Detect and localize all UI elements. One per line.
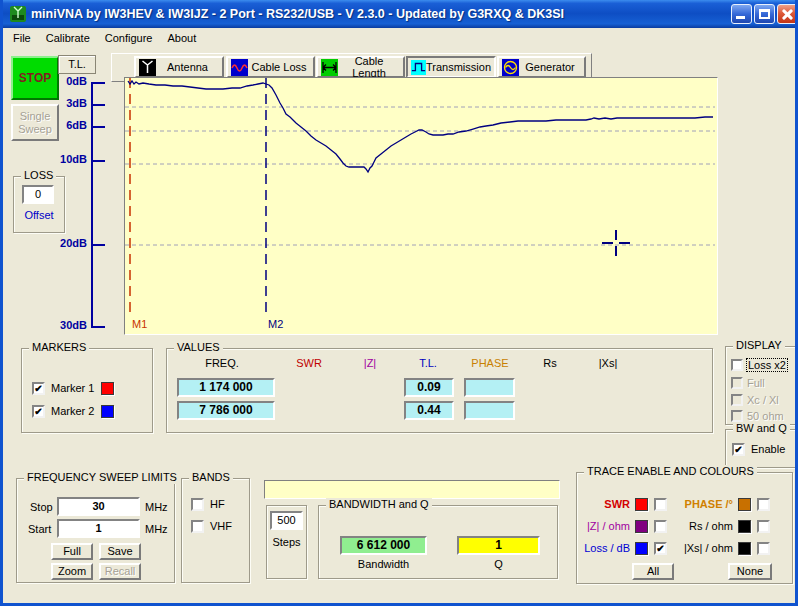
marker1-checkbox[interactable]: ✔: [32, 382, 45, 395]
marker-label-m2: M2: [268, 318, 283, 330]
trace-none-button[interactable]: None: [728, 563, 772, 580]
header-xs: |Xs|: [578, 357, 638, 369]
header-z: |Z|: [340, 357, 400, 369]
axis-tick-label: 0dB: [43, 75, 87, 87]
hf-checkbox[interactable]: [191, 498, 204, 511]
axis-tick-mark: [91, 104, 105, 106]
steps-box: 500 Steps: [266, 505, 307, 579]
display-group-title: DISPLAY: [733, 339, 785, 352]
full-label: Full: [747, 377, 765, 389]
xc-xl-label: Xc / Xl: [747, 394, 779, 406]
axis-tick-label: 10dB: [43, 153, 87, 165]
transmission-icon: [411, 59, 426, 76]
trace-z-checkbox[interactable]: [654, 520, 667, 533]
marker1-tl-value: 0.09: [404, 378, 454, 397]
trace-loss-swatch[interactable]: [635, 542, 648, 555]
recall-button: Recall: [99, 563, 141, 580]
bw-q-group-title: BW and Q: [733, 422, 790, 435]
loss-group-title: LOSS: [21, 169, 56, 182]
cable-loss-mode-label: Cable Loss: [248, 61, 310, 73]
zoom-button[interactable]: Zoom: [51, 563, 93, 580]
trace-enable-group-title: TRACE ENABLE AND COLOURS: [584, 465, 757, 478]
trace-rs-swatch[interactable]: [738, 520, 751, 533]
maximize-button[interactable]: [754, 4, 775, 24]
loss-offset-label: Offset: [14, 209, 64, 221]
steps-input[interactable]: 500: [270, 511, 303, 530]
marker2-checkbox[interactable]: ✔: [32, 405, 45, 418]
marker1-phase-value: [464, 378, 515, 397]
trace-rs-label: Rs / ohm: [672, 520, 733, 532]
loss-offset-input[interactable]: 0: [22, 185, 54, 204]
transmission-mode-button[interactable]: Transmission: [406, 56, 496, 78]
antenna-icon: [139, 59, 156, 76]
cable-loss-mode-button[interactable]: Cable Loss: [226, 56, 315, 78]
loss-trace: [128, 81, 713, 172]
stop-label: Stop: [30, 501, 53, 513]
trace-xs-checkbox[interactable]: [757, 542, 770, 555]
start-frequency-input[interactable]: 1: [57, 519, 140, 538]
transmission-mode-label: Transmission: [426, 61, 491, 73]
generator-mode-label: Generator: [519, 61, 581, 73]
antenna-mode-button[interactable]: Antenna: [134, 56, 224, 78]
trace-swr-checkbox[interactable]: [654, 498, 667, 511]
q-label: Q: [457, 558, 540, 570]
trace-all-button[interactable]: All: [632, 563, 674, 580]
header-phase: PHASE: [460, 357, 520, 369]
values-group: VALUES FREQ. SWR |Z| T.L. PHASE Rs |Xs| …: [166, 348, 713, 433]
bands-group-title: BANDS: [189, 471, 233, 484]
axis-tick-mark: [91, 326, 105, 328]
menu-about[interactable]: About: [161, 30, 205, 46]
save-button[interactable]: Save: [99, 543, 141, 560]
axis-line: [91, 83, 93, 327]
trace-xs-swatch[interactable]: [738, 542, 751, 555]
trace-phase-swatch[interactable]: [738, 498, 751, 511]
q-value: 1: [457, 536, 540, 555]
hf-label: HF: [210, 498, 225, 510]
markers-group: MARKERS ✔ Marker 1 ✔ Marker 2: [21, 348, 153, 433]
fifty-ohm-checkbox: [731, 410, 743, 422]
start-unit-label: MHz: [145, 523, 168, 535]
marker1-color-swatch[interactable]: [101, 382, 114, 395]
antenna-mode-label: Antenna: [156, 61, 219, 73]
axis-tick-label: 30dB: [43, 319, 87, 331]
bandwidth-label: Bandwidth: [340, 558, 427, 570]
trace-phase-checkbox[interactable]: [757, 498, 770, 511]
title-bar[interactable]: miniVNA by IW3HEV & IW3IJZ - 2 Port - RS…: [3, 0, 795, 28]
trace-z-label: |Z| / ohm: [577, 520, 630, 532]
close-button[interactable]: [777, 4, 798, 24]
trace-swr-swatch[interactable]: [635, 498, 648, 511]
loss-x2-checkbox[interactable]: [731, 359, 743, 371]
bw-q-enable-label: Enable: [751, 443, 785, 455]
chart-svg: M1M2: [125, 78, 715, 332]
menu-file[interactable]: File: [7, 30, 40, 46]
bandwidth-q-group-title: BANDWIDTH and Q: [326, 498, 432, 511]
xc-xl-checkbox: [731, 394, 743, 406]
trace-z-swatch[interactable]: [635, 520, 648, 533]
header-freq: FREQ.: [177, 357, 267, 369]
cable-length-mode-button[interactable]: Cable Length: [316, 56, 405, 78]
bandwidth-value: 6 612 000: [340, 536, 427, 555]
app-icon: [10, 6, 26, 22]
stop-unit-label: MHz: [145, 501, 168, 513]
marker1-freq-value: 1 174 000: [177, 378, 275, 397]
vhf-label: VHF: [210, 520, 232, 532]
marker2-phase-value: [464, 401, 515, 420]
trace-phase-label: PHASE /°: [672, 498, 733, 510]
vhf-checkbox[interactable]: [191, 520, 204, 533]
minimize-button[interactable]: [731, 4, 752, 24]
bw-q-enable-checkbox[interactable]: ✔: [732, 443, 745, 456]
trace-rs-checkbox[interactable]: [757, 520, 770, 533]
marker2-tl-value: 0.44: [404, 401, 454, 420]
generator-icon: [502, 59, 519, 76]
marker2-color-swatch[interactable]: [101, 405, 114, 418]
sweep-chart[interactable]: M1M2: [124, 77, 718, 335]
generator-mode-button[interactable]: Generator: [497, 56, 586, 78]
full-span-button[interactable]: Full: [51, 543, 93, 560]
trace-xs-label: |Xs| / ohm: [672, 542, 733, 554]
marker1-label: Marker 1: [51, 382, 94, 394]
stop-frequency-input[interactable]: 30: [57, 497, 140, 516]
bandwidth-q-group: BANDWIDTH and Q 6 612 000 Bandwidth 1 Q: [318, 505, 558, 579]
trace-loss-checkbox[interactable]: ✔: [654, 542, 667, 555]
trace-enable-group: TRACE ENABLE AND COLOURS SWR PHASE /° |Z…: [576, 472, 793, 584]
cable-loss-icon: [231, 59, 248, 76]
